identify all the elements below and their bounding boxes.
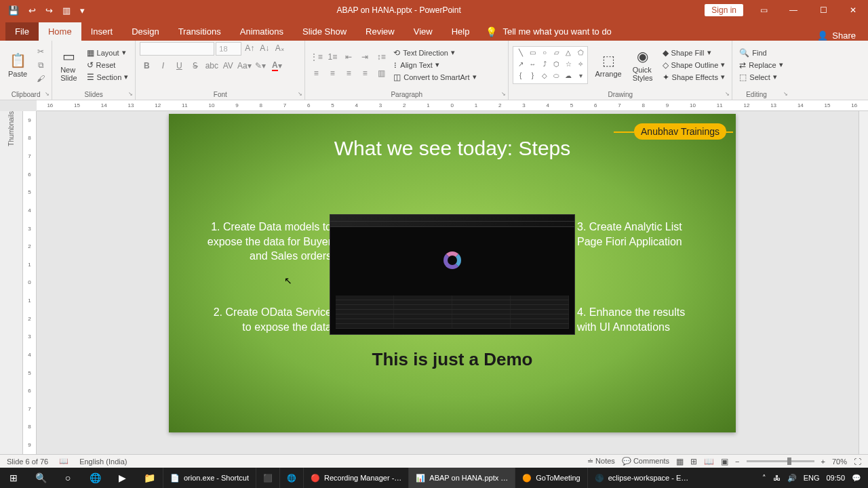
reading-view-icon[interactable]: 📖	[704, 457, 714, 466]
slideshow-view-icon[interactable]: ▣	[721, 457, 728, 466]
find-button[interactable]: 🔍Find	[736, 47, 785, 58]
select-button[interactable]: ⬚Select▾	[736, 72, 785, 83]
shape-outline-button[interactable]: ◇Shape Outline▾	[660, 60, 728, 70]
case-icon[interactable]: Aa▾	[237, 60, 251, 72]
justify-icon[interactable]: ≡	[358, 67, 372, 79]
shape-effects-button[interactable]: ✦Shape Effects▾	[660, 72, 728, 83]
shape-fill-button[interactable]: ◆Shape Fill▾	[660, 47, 728, 58]
clear-format-icon[interactable]: Aₓ	[273, 42, 286, 54]
columns-icon[interactable]: ▥	[374, 67, 388, 79]
task-gotomeeting[interactable]: 🟠GoToMeeting	[515, 468, 587, 488]
zoom-in-icon[interactable]: +	[821, 458, 825, 466]
copy-icon[interactable]: ⧉	[34, 59, 47, 71]
increase-font-icon[interactable]: A↑	[243, 42, 256, 54]
align-left-icon[interactable]: ≡	[309, 67, 323, 79]
tray-notifications-icon[interactable]: 💬	[852, 474, 861, 483]
scrollbar-vertical[interactable]	[859, 111, 868, 454]
notes-button[interactable]: ≐ Notes	[587, 457, 615, 466]
task-powerpoint[interactable]: 📊ABAP on HANA.pptx …	[408, 468, 515, 488]
share-button[interactable]: 👤 Share	[817, 30, 863, 41]
strikethrough-icon[interactable]: S̶	[189, 60, 202, 72]
reset-button[interactable]: ↺Reset	[84, 60, 132, 70]
indent-inc-icon[interactable]: ⇥	[358, 51, 372, 63]
youtube-icon[interactable]: ▶	[108, 468, 136, 488]
slide[interactable]: Anubhav Trainings What we see today: Ste…	[169, 114, 736, 432]
decrease-font-icon[interactable]: A↓	[258, 42, 271, 54]
font-name-input[interactable]	[140, 42, 214, 56]
highlight-icon[interactable]: ✎▾	[254, 60, 267, 72]
align-right-icon[interactable]: ≡	[342, 67, 355, 79]
cortana-icon[interactable]: ○	[54, 468, 81, 488]
line-spacing-icon[interactable]: ↕≡	[374, 51, 388, 63]
align-text-button[interactable]: ⫶Align Text▾	[391, 60, 479, 70]
bold-icon[interactable]: B	[140, 60, 153, 72]
tray-network-icon[interactable]: 🖧	[773, 474, 781, 482]
close-button[interactable]: ✕	[838, 0, 868, 20]
search-icon[interactable]: 🔍	[27, 468, 54, 488]
undo-icon[interactable]: ↩	[28, 5, 36, 16]
tab-transitions[interactable]: Transitions	[169, 22, 231, 41]
explorer-icon[interactable]: 📁	[136, 468, 163, 488]
task-eclipse[interactable]: 🌑eclipse-workspace - E…	[587, 468, 696, 488]
zoom-level[interactable]: 70%	[832, 458, 847, 466]
tab-slideshow[interactable]: Slide Show	[293, 22, 356, 41]
tray-sound-icon[interactable]: 🔊	[787, 474, 797, 483]
qat-more-icon[interactable]: ▾	[80, 5, 85, 16]
tab-animations[interactable]: Animations	[231, 22, 293, 41]
tray-lang[interactable]: ENG	[804, 474, 820, 482]
align-center-icon[interactable]: ≡	[326, 67, 339, 79]
layout-button[interactable]: ▦Layout▾	[84, 47, 132, 58]
paste-button[interactable]: 📋 Paste	[4, 51, 31, 79]
tab-insert[interactable]: Insert	[81, 22, 123, 41]
redo-icon[interactable]: ↪	[45, 5, 53, 16]
slide-canvas[interactable]: Anubhav Trainings What we see today: Ste…	[37, 111, 868, 454]
tab-file[interactable]: File	[5, 22, 39, 41]
bullets-icon[interactable]: ⋮≡	[309, 51, 323, 63]
underline-icon[interactable]: U	[172, 60, 186, 72]
tab-home[interactable]: Home	[39, 22, 81, 41]
language-indicator[interactable]: English (India)	[79, 458, 127, 466]
tellme-input[interactable]: Tell me what you want to do	[502, 26, 611, 37]
arrange-button[interactable]: ⬚ Arrange	[591, 51, 625, 79]
replace-button[interactable]: ⇄Replace▾	[736, 60, 785, 70]
ribbon-options-icon[interactable]: ▭	[749, 0, 778, 20]
task-cmd[interactable]: ⬛	[256, 468, 279, 488]
task-recording[interactable]: 🔴Recording Manager -…	[303, 468, 408, 488]
section-button[interactable]: ☰Section▾	[84, 72, 132, 83]
start-button[interactable]: ⊞	[0, 468, 27, 488]
comments-button[interactable]: 💬 Comments	[622, 457, 669, 466]
spacing-icon[interactable]: AV	[221, 60, 235, 72]
fit-window-icon[interactable]: ⛶	[854, 458, 861, 466]
chrome-icon[interactable]: 🌐	[81, 468, 108, 488]
format-painter-icon[interactable]: 🖌	[34, 73, 47, 85]
tab-design[interactable]: Design	[122, 22, 168, 41]
tab-review[interactable]: Review	[356, 22, 404, 41]
font-color-icon[interactable]: A▾	[270, 60, 283, 72]
text-direction-button[interactable]: ⟲Text Direction▾	[391, 47, 479, 58]
shadow-icon[interactable]: abc	[205, 60, 218, 72]
thumbnails-pane[interactable]: Thumbnails	[0, 111, 23, 454]
save-icon[interactable]: 💾	[8, 5, 19, 16]
maximize-button[interactable]: ☐	[808, 0, 838, 20]
task-browser[interactable]: 🌐	[279, 468, 303, 488]
smartart-button[interactable]: ◫Convert to SmartArt▾	[391, 72, 479, 83]
spellcheck-icon[interactable]: 📖	[59, 457, 68, 466]
tray-up-icon[interactable]: ˄	[762, 474, 766, 483]
numbering-icon[interactable]: 1≡	[326, 51, 339, 63]
normal-view-icon[interactable]: ▦	[676, 457, 684, 466]
cut-icon[interactable]: ✂	[34, 45, 47, 58]
sorter-view-icon[interactable]: ⊞	[690, 457, 697, 466]
slide-indicator[interactable]: Slide 6 of 76	[7, 458, 48, 466]
zoom-out-icon[interactable]: −	[735, 458, 739, 466]
tray-time[interactable]: 09:50	[826, 474, 845, 482]
font-size-input[interactable]	[216, 42, 241, 56]
shapes-gallery[interactable]: ╲▭○▱△⬠ ↗↔⤴⬡☆✧ {}◇⬭☁▾	[513, 46, 588, 84]
italic-icon[interactable]: I	[156, 60, 170, 72]
slideshow-icon[interactable]: ▥	[62, 5, 71, 16]
task-orion[interactable]: 📄orion.exe - Shortcut	[163, 468, 256, 488]
zoom-slider[interactable]	[747, 460, 814, 462]
indent-dec-icon[interactable]: ⇤	[342, 51, 355, 63]
quick-styles-button[interactable]: ◉ Quick Styles	[629, 47, 657, 83]
tab-view[interactable]: View	[404, 22, 442, 41]
new-slide-button[interactable]: ▭ New Slide	[56, 47, 81, 83]
